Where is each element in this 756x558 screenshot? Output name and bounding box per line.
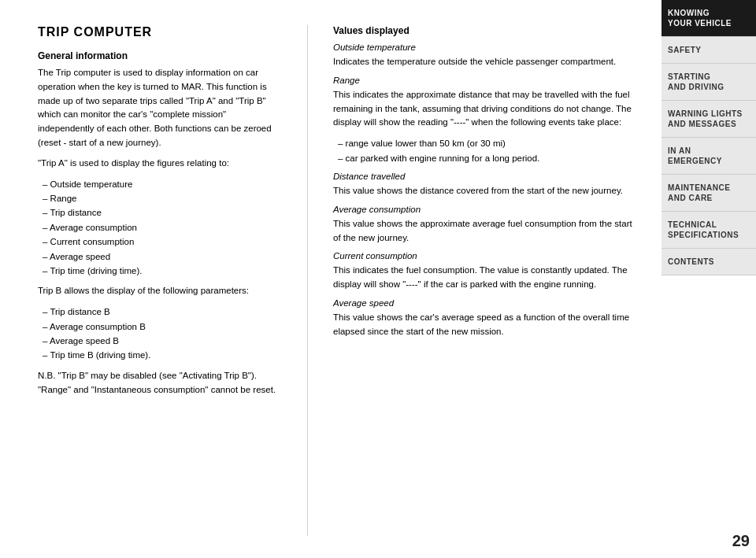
section-2-heading: Distance travelled	[333, 172, 639, 181]
list-item: – Trip time (driving time).	[38, 264, 282, 278]
page-number: 29	[662, 524, 756, 558]
sidebar-item-emergency[interactable]: IN ANEMERGENCY	[662, 138, 756, 175]
section-2-body: This value shows the distance covered fr…	[333, 184, 639, 198]
section-4-body: This indicates the fuel consumption. The…	[333, 264, 639, 292]
sidebar: KNOWINGYOUR VEHICLE SAFETY STARTINGAND D…	[662, 0, 756, 558]
values-heading: Values displayed	[333, 25, 639, 36]
section-4-heading: Current consumption	[333, 251, 639, 261]
section-1-body: This indicates the approximate distance …	[333, 88, 639, 130]
sidebar-item-starting-and-driving[interactable]: STARTINGAND DRIVING	[662, 64, 756, 101]
page-title: TRIP COMPUTER	[38, 25, 282, 39]
list-item: – Average consumption	[38, 220, 282, 235]
section-0-heading: Outside temperature	[333, 42, 639, 52]
section-0-body: Indicates the temperature outside the ve…	[333, 55, 639, 69]
list-item: – Trip time B (driving time).	[38, 348, 282, 362]
list-item: – Trip distance	[38, 205, 282, 220]
general-heading: General information	[38, 50, 282, 61]
trip-a-list: – Outside temperature – Range – Trip dis…	[38, 177, 282, 279]
column-divider	[307, 25, 308, 536]
list-item: – car parked with engine running for a l…	[333, 151, 639, 165]
trip-b-list: – Trip distance B – Average consumption …	[38, 305, 282, 363]
para1: The Trip computer is used to display inf…	[38, 66, 282, 150]
left-column: TRIP COMPUTER General information The Tr…	[38, 25, 282, 536]
sidebar-item-contents[interactable]: CONTENTS	[662, 249, 756, 275]
list-item: – Current consumption	[38, 235, 282, 249]
main-content: TRIP COMPUTER General information The Tr…	[0, 0, 662, 558]
right-column: Values displayed Outside temperature Ind…	[333, 25, 639, 536]
list-item: – Range	[38, 191, 282, 205]
sidebar-item-technical[interactable]: TECHNICALSPECIFICATIONS	[662, 212, 756, 249]
section-5-heading: Average speed	[333, 298, 639, 308]
sidebar-item-knowing-your-vehicle[interactable]: KNOWINGYOUR VEHICLE	[662, 0, 756, 37]
sidebar-item-warning-lights[interactable]: WARNING LIGHTSAND MESSAGES	[662, 101, 756, 138]
note-text: N.B. "Trip B" may be disabled (see "Acti…	[38, 369, 282, 397]
list-item: – Average speed B	[38, 334, 282, 348]
list-item: – Average consumption B	[38, 320, 282, 334]
section-3-heading: Average consumption	[333, 205, 639, 214]
section-5-body: This value shows the car's average speed…	[333, 311, 639, 339]
list-item: – Trip distance B	[38, 305, 282, 319]
list-item: – Average speed	[38, 249, 282, 264]
sidebar-item-maintenance[interactable]: MAINTENANCEAND CARE	[662, 175, 756, 212]
range-list: – range value lower than 50 km (or 30 mi…	[333, 136, 639, 165]
para2: "Trip A" is used to display the figures …	[38, 157, 282, 171]
list-item: – range value lower than 50 km (or 30 mi…	[333, 136, 639, 150]
para3: Trip B allows the display of the followi…	[38, 284, 282, 298]
section-1-heading: Range	[333, 76, 639, 85]
section-3-body: This value shows the approximate average…	[333, 217, 639, 246]
sidebar-item-safety[interactable]: SAFETY	[662, 37, 756, 64]
list-item: – Outside temperature	[38, 177, 282, 191]
